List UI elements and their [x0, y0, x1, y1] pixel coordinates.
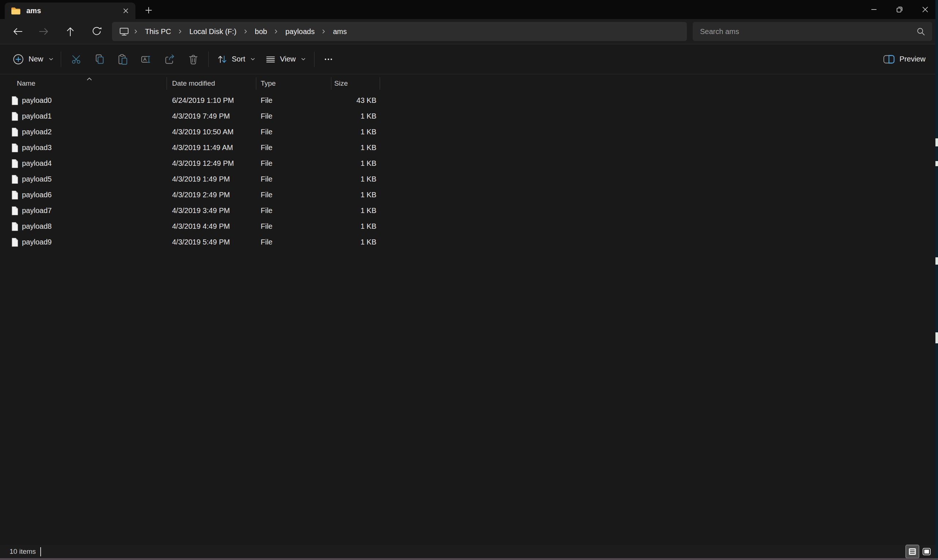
close-button[interactable] [912, 0, 938, 19]
breadcrumb-item-local-disk-f[interactable]: Local Disk (F:) [185, 25, 241, 38]
file-size: 1 KB [331, 175, 380, 183]
tab-ams[interactable]: ams [5, 3, 136, 19]
column-header-label: Type [261, 79, 276, 88]
file-date-modified: 4/3/2019 12:49 PM [167, 159, 256, 168]
cut-button[interactable] [65, 49, 88, 69]
delete-button[interactable] [182, 49, 205, 69]
column-header-label: Size [334, 79, 348, 88]
file-row-payload7[interactable]: payload74/3/2019 3:49 PMFile1 KB [0, 203, 938, 218]
background-window-artifact [935, 332, 938, 343]
file-name-cell: payload6 [0, 190, 167, 200]
file-size: 1 KB [331, 143, 380, 152]
file-icon [11, 175, 18, 184]
file-date-modified: 6/24/2019 1:10 PM [167, 96, 256, 105]
copy-button[interactable] [88, 49, 111, 69]
see-more-button[interactable] [318, 49, 339, 69]
file-name-cell: payload0 [0, 96, 167, 105]
sort-button[interactable]: Sort [212, 49, 260, 69]
file-name-cell: payload4 [0, 159, 167, 168]
file-row-payload6[interactable]: payload64/3/2019 2:49 PMFile1 KB [0, 187, 938, 203]
trash-icon [188, 54, 199, 65]
close-icon [123, 8, 129, 14]
breadcrumb-item-bob[interactable]: bob [250, 25, 271, 38]
file-row-payload9[interactable]: payload94/3/2019 5:49 PMFile1 KB [0, 234, 938, 250]
minimize-button[interactable] [861, 0, 887, 19]
file-icon [11, 128, 18, 137]
share-button[interactable] [158, 49, 182, 69]
chevron-right-icon[interactable] [271, 29, 281, 34]
breadcrumb-item-ams[interactable]: ams [328, 25, 351, 38]
chevron-right-icon[interactable] [131, 29, 140, 34]
search-box[interactable] [693, 22, 932, 41]
file-icon [11, 190, 18, 200]
file-name: payload2 [22, 128, 52, 136]
column-header-date-modified[interactable]: Date modified [167, 77, 256, 90]
search-input[interactable] [700, 28, 916, 36]
file-list: Name Date modified Type Size payload06/2… [0, 74, 938, 250]
new-button-label: New [29, 55, 43, 63]
file-name-cell: payload7 [0, 206, 167, 215]
up-arrow-icon [65, 26, 76, 37]
file-row-payload2[interactable]: payload24/3/2019 10:50 AMFile1 KB [0, 124, 938, 140]
view-toggles [906, 545, 933, 558]
file-size: 1 KB [331, 191, 380, 199]
breadcrumb-item-payloads[interactable]: payloads [281, 25, 319, 38]
file-type: File [256, 191, 331, 199]
file-size: 1 KB [331, 159, 380, 168]
column-header-name[interactable]: Name [0, 77, 167, 90]
titlebar: ams [0, 0, 938, 19]
chevron-down-icon [250, 56, 256, 62]
ellipsis-icon [323, 54, 334, 65]
paste-icon [117, 54, 129, 65]
background-window-artifact [935, 161, 938, 166]
file-size: 1 KB [331, 128, 380, 136]
file-row-payload4[interactable]: payload44/3/2019 12:49 PMFile1 KB [0, 155, 938, 171]
file-type: File [256, 238, 331, 246]
rename-button[interactable] [135, 49, 158, 69]
file-rows: payload06/24/2019 1:10 PMFile43 KBpayloa… [0, 92, 938, 250]
search-icon[interactable] [916, 27, 926, 36]
file-name: payload1 [22, 112, 52, 120]
sort-button-label: Sort [232, 55, 245, 63]
maximize-restore-button[interactable] [887, 0, 912, 19]
details-view-icon [907, 547, 917, 556]
background-window-artifact [935, 257, 938, 265]
this-pc-icon[interactable] [117, 26, 131, 37]
file-row-payload5[interactable]: payload54/3/2019 1:49 PMFile1 KB [0, 171, 938, 187]
thumbnail-view-toggle[interactable] [920, 545, 933, 558]
breadcrumb-item-this-pc[interactable]: This PC [140, 25, 176, 38]
paste-button[interactable] [111, 49, 135, 69]
up-button[interactable] [62, 23, 79, 40]
chevron-right-icon[interactable] [241, 29, 250, 34]
sort-ascending-caret-icon [86, 75, 92, 83]
item-count: 10 items [9, 548, 36, 555]
file-icon [11, 143, 18, 152]
view-button[interactable]: View [260, 49, 311, 69]
toolbar-separator [61, 52, 61, 67]
file-row-payload1[interactable]: payload14/3/2019 7:49 PMFile1 KB [0, 108, 938, 124]
file-date-modified: 4/3/2019 5:49 PM [167, 238, 256, 246]
new-tab-button[interactable] [141, 3, 156, 18]
column-header-size[interactable]: Size [331, 77, 380, 90]
chevron-right-icon[interactable] [319, 29, 328, 34]
tab-close-button[interactable] [119, 5, 132, 17]
refresh-button[interactable] [88, 23, 105, 40]
forward-button[interactable] [35, 23, 52, 40]
status-bar-separator [40, 547, 41, 556]
file-name-cell: payload5 [0, 175, 167, 184]
back-button[interactable] [9, 23, 26, 40]
chevron-right-icon[interactable] [176, 29, 185, 34]
file-row-payload3[interactable]: payload34/3/2019 11:49 AMFile1 KB [0, 140, 938, 155]
file-row-payload0[interactable]: payload06/24/2019 1:10 PMFile43 KB [0, 92, 938, 108]
file-row-payload8[interactable]: payload84/3/2019 4:49 PMFile1 KB [0, 218, 938, 234]
details-view-toggle[interactable] [906, 545, 919, 558]
file-type: File [256, 112, 331, 120]
plus-circle-icon [12, 54, 24, 65]
new-button[interactable]: New [9, 49, 57, 69]
preview-button[interactable]: Preview [879, 49, 929, 69]
taskbar-edge [0, 558, 938, 560]
cut-icon [70, 54, 82, 65]
column-header-type[interactable]: Type [256, 77, 331, 90]
file-type: File [256, 222, 331, 231]
file-date-modified: 4/3/2019 3:49 PM [167, 206, 256, 215]
